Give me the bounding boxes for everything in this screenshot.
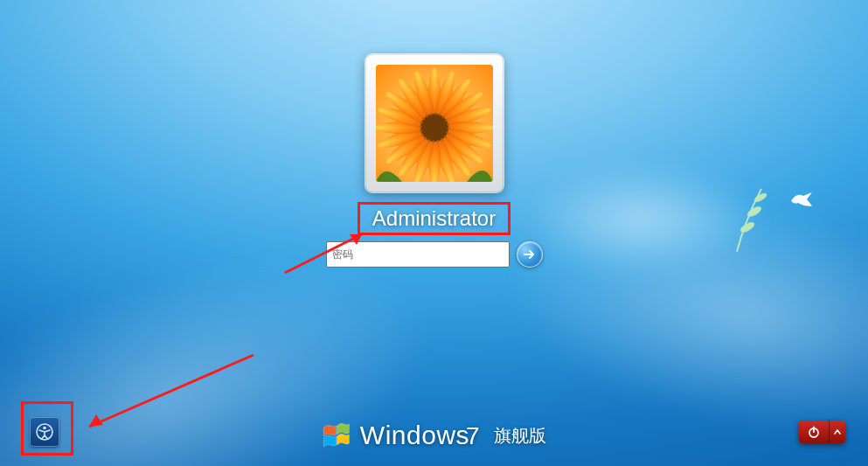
login-panel: Administrator bbox=[326, 54, 543, 268]
password-row bbox=[326, 241, 543, 268]
login-screen: Administrator bbox=[0, 0, 868, 466]
svg-point-0 bbox=[739, 220, 756, 234]
shutdown-options-button[interactable] bbox=[830, 421, 845, 443]
os-version: 7 bbox=[466, 422, 480, 449]
user-avatar bbox=[376, 65, 493, 182]
svg-point-1 bbox=[746, 205, 763, 219]
leaf-decoration bbox=[728, 184, 781, 254]
ease-of-access-icon bbox=[35, 422, 54, 442]
os-edition: 旗舰版 bbox=[494, 424, 546, 448]
bird-decoration bbox=[789, 191, 814, 208]
arrow-right-icon bbox=[523, 247, 537, 261]
svg-point-2 bbox=[753, 191, 767, 204]
shutdown-button[interactable] bbox=[799, 421, 830, 443]
password-input[interactable] bbox=[326, 241, 510, 268]
username-label: Administrator bbox=[360, 205, 508, 233]
svg-marker-29 bbox=[89, 414, 103, 427]
svg-point-24 bbox=[420, 114, 448, 142]
flower-icon bbox=[376, 65, 493, 182]
ease-of-access-button[interactable] bbox=[30, 417, 59, 447]
os-name-text: Windows bbox=[360, 421, 469, 449]
svg-point-31 bbox=[43, 427, 46, 430]
svg-line-28 bbox=[89, 355, 253, 427]
windows-flag-icon bbox=[322, 421, 351, 450]
os-name: Windows7 bbox=[360, 421, 480, 450]
user-avatar-frame bbox=[365, 54, 503, 192]
submit-button[interactable] bbox=[517, 241, 543, 268]
power-controls bbox=[799, 421, 845, 443]
os-branding: Windows7 旗舰版 bbox=[322, 421, 546, 450]
annotation-arrow bbox=[75, 350, 259, 437]
power-icon bbox=[807, 425, 821, 439]
chevron-up-icon bbox=[833, 428, 842, 436]
